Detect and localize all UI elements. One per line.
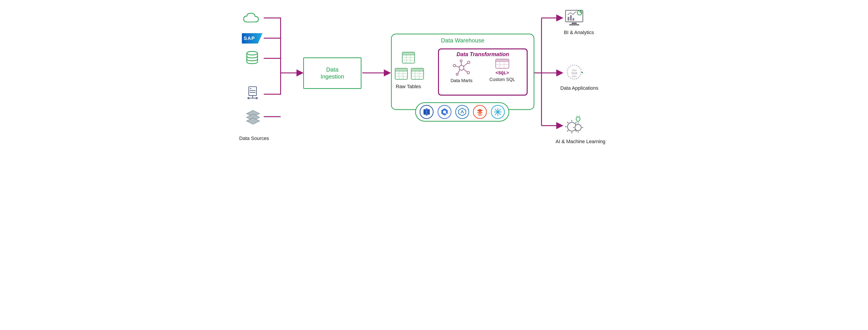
source-cloud-icon [242,11,260,26]
data-marts-icon [452,59,472,77]
data-transformation-title: Data Transformation [442,51,524,57]
svg-point-16 [467,72,470,74]
svg-point-12 [459,65,464,70]
svg-marker-31 [477,113,483,116]
svg-point-0 [247,51,257,55]
svg-point-8 [256,98,257,99]
sql-code-tag: <SQL> [496,71,509,76]
raw-table-icon-3 [411,68,424,80]
custom-sql-table-icon [495,59,509,68]
svg-point-17 [456,73,458,75]
sap-badge-text: SAP [242,33,262,44]
source-server-icon [244,86,261,101]
source-database-icon [243,51,261,66]
data-applications-label: Data Applications [556,85,603,91]
warehouse-tech-logos-pill [415,102,509,121]
data-applications-icon: ○○○1010○○○ [564,63,585,83]
ai-ml-label: AI & Machine Learning [549,139,612,144]
svg-point-14 [460,60,462,62]
svg-marker-11 [247,118,260,124]
data-sources-label: Data Sources [239,136,269,141]
data-transformation-box: Data Transformation [438,49,528,95]
svg-line-63 [579,116,580,117]
svg-rect-1 [249,87,256,95]
svg-rect-38 [569,24,579,25]
svg-line-62 [577,116,578,117]
data-marts-label: Data Marts [451,78,472,83]
svg-text:○○○: ○○○ [572,68,577,72]
bi-analytics-label: BI & Analytics [560,30,598,35]
raw-table-icon-1 [402,52,415,63]
svg-point-2 [250,88,251,89]
svg-line-56 [567,130,568,132]
redshift-logo-icon [420,105,434,119]
custom-sql-label: Custom SQL [490,77,515,82]
databricks-logo-icon [473,105,487,119]
data-ingestion-box: Data Ingestion [303,57,362,89]
source-stack-icon [244,110,262,125]
synapse-logo-icon [455,105,469,119]
data-ingestion-title: Data Ingestion [320,66,344,80]
svg-line-21 [464,69,467,72]
svg-marker-28 [459,108,466,116]
raw-table-icon-2 [395,68,408,80]
svg-text:1010: 1010 [571,72,577,75]
svg-line-20 [464,63,468,66]
bi-analytics-icon [564,8,585,28]
svg-line-22 [458,70,460,74]
raw-tables-label: Raw Tables [396,84,421,89]
svg-rect-40 [570,15,572,21]
diagram-canvas: SAP Data Sources Data Ingestion Data War… [237,0,631,153]
custom-sql-column: <SQL> Custom SQL [490,59,515,83]
svg-rect-41 [572,18,574,21]
svg-rect-37 [572,23,577,24]
svg-line-18 [456,66,459,67]
source-sap-icon: SAP [242,33,262,44]
svg-line-19 [461,62,461,65]
ai-ml-icon [564,116,585,136]
svg-rect-24 [426,108,428,115]
data-warehouse-title: Data Warehouse [396,37,529,44]
svg-rect-39 [568,17,569,21]
snowflake-logo-icon [491,105,505,119]
svg-point-26 [443,110,446,113]
svg-point-13 [453,64,456,67]
svg-text:○○○: ○○○ [572,75,577,78]
svg-point-7 [248,98,249,99]
svg-point-15 [467,61,470,64]
svg-point-57 [575,125,581,131]
bigquery-logo-icon [438,105,452,119]
data-marts-column: Data Marts [451,59,472,83]
svg-line-53 [567,122,568,123]
svg-line-55 [575,122,577,123]
